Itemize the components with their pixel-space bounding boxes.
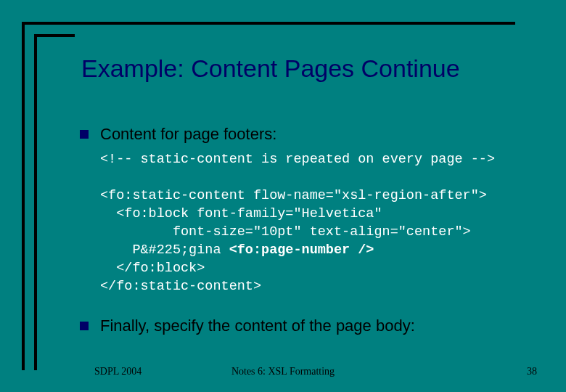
bullet-square-icon	[80, 130, 89, 139]
footer-right: 38	[527, 366, 537, 377]
bullet-text: Finally, specify the content of the page…	[100, 317, 415, 335]
bullet-square-icon	[80, 322, 89, 330]
footer-left: SDPL 2004	[94, 366, 142, 377]
code-line: </fo:block>	[100, 261, 205, 276]
code-line: <fo:static-content flow-name="xsl-region…	[100, 188, 487, 203]
slide-content: Content for page footers: <!-- static-co…	[80, 125, 537, 343]
code-line-part: P&#225;gina	[100, 242, 229, 258]
code-block: <!-- static-content is repeated on every…	[100, 151, 537, 296]
slide-border-top	[22, 22, 515, 25]
code-line: <!-- static-content is repeated on every…	[100, 152, 495, 167]
slide-footer: SDPL 2004 Notes 6: XSL Formatting 38	[0, 366, 566, 377]
slide-border-left-inner	[34, 34, 37, 370]
slide-border-top-inner	[34, 34, 75, 37]
bullet-text: Content for page footers:	[100, 125, 276, 144]
code-line: <fo:block font-family="Helvetica"	[100, 206, 382, 221]
code-line-bold: <fo:page-number />	[229, 242, 374, 258]
code-line: </fo:static-content>	[100, 279, 261, 294]
slide-border-left	[22, 22, 25, 370]
slide-title: Example: Content Pages Continue	[81, 54, 460, 83]
bullet-item: Finally, specify the content of the page…	[80, 317, 537, 335]
footer-center: Notes 6: XSL Formatting	[231, 366, 335, 377]
code-line: font-size="10pt" text-align="center">	[100, 224, 471, 240]
bullet-item: Content for page footers:	[80, 125, 537, 144]
